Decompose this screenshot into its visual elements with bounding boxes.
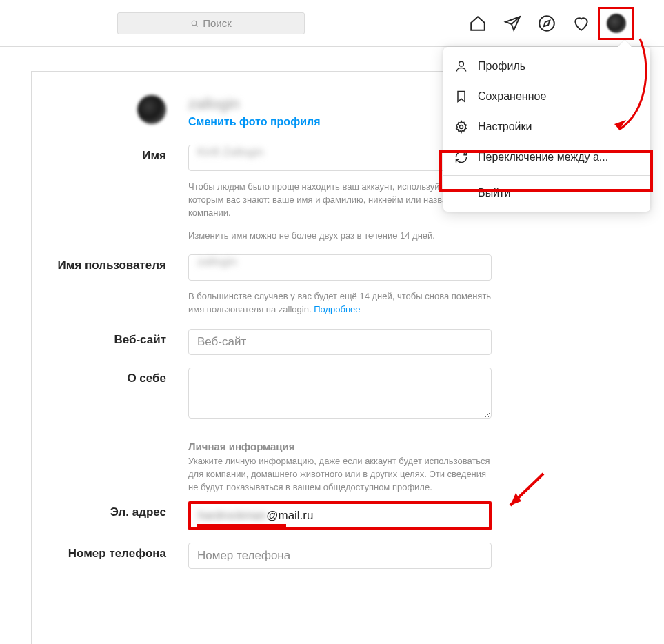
profile-avatar[interactable]: [137, 95, 166, 124]
name-help-2: Изменить имя можно не более двух раз в т…: [188, 230, 492, 243]
personal-info-title: Личная информация: [188, 441, 525, 452]
dropdown-label: Сохраненное: [478, 90, 546, 103]
username-label: Имя пользователя: [32, 254, 166, 316]
annotation-settings-highlight: [439, 150, 653, 192]
search-placeholder: Поиск: [203, 17, 232, 29]
website-input[interactable]: [188, 329, 492, 355]
svg-point-7: [460, 125, 463, 129]
top-bar: Поиск: [0, 0, 664, 47]
dropdown-label: Настройки: [478, 121, 532, 133]
search-input[interactable]: Поиск: [117, 12, 305, 34]
home-icon[interactable]: [469, 14, 487, 32]
website-label: Веб-сайт: [32, 329, 166, 355]
svg-marker-4: [544, 21, 550, 27]
svg-line-1: [197, 25, 198, 26]
search-icon: [190, 19, 199, 28]
learn-more-link[interactable]: Подробнее: [314, 304, 360, 314]
phone-input[interactable]: [188, 543, 492, 569]
profile-dropdown: Профиль Сохраненное Настройки Переключен…: [443, 47, 650, 212]
name-label: Имя: [32, 145, 166, 242]
dropdown-item-saved[interactable]: Сохраненное: [443, 81, 650, 112]
bio-textarea[interactable]: [188, 368, 492, 419]
dropdown-label: Профиль: [478, 60, 525, 72]
dropdown-item-settings[interactable]: Настройки: [443, 112, 650, 142]
gear-icon: [454, 120, 468, 134]
phone-label: Номер телефона: [32, 543, 166, 569]
explore-icon[interactable]: [538, 14, 556, 32]
bio-label: О себе: [32, 368, 166, 421]
svg-point-3: [539, 16, 554, 31]
svg-point-6: [459, 61, 464, 66]
personal-info-help: Укажите личную информацию, даже если акк…: [188, 455, 492, 494]
messages-icon[interactable]: [503, 14, 521, 32]
bookmark-icon: [454, 90, 468, 103]
username-input[interactable]: zallogin: [188, 254, 492, 281]
annotation-email-underline: [197, 524, 286, 527]
dropdown-item-profile[interactable]: Профиль: [443, 51, 650, 81]
svg-point-0: [192, 21, 197, 26]
username-help: В большинстве случаев у вас будет ещё 14…: [188, 290, 492, 316]
activity-icon[interactable]: [572, 14, 590, 32]
annotation-avatar-highlight: [598, 7, 634, 40]
profile-icon: [454, 59, 468, 73]
email-label: Эл. адрес: [32, 501, 166, 530]
